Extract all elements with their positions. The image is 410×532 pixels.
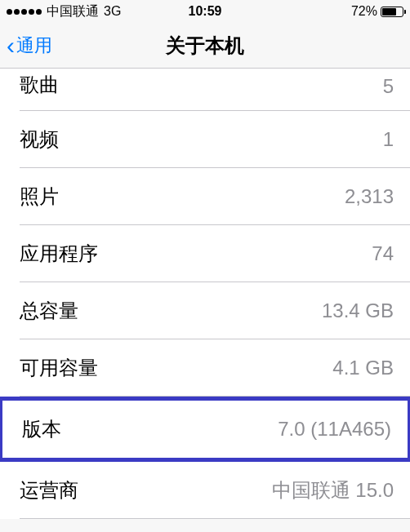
battery-percent: 72% [351,4,377,19]
row-label: 照片 [20,184,59,210]
row-version[interactable]: 版本 7.0 (11A465) [2,401,408,458]
row-label: 可用容量 [20,355,98,381]
row-carrier[interactable]: 运营商 中国联通 15.0 [0,462,410,519]
status-right: 72% [351,4,403,19]
row-capacity[interactable]: 总容量 13.4 GB [0,282,410,339]
row-label: 视频 [20,126,59,153]
highlight-version: 版本 7.0 (11A465) [0,397,410,462]
row-photos[interactable]: 照片 2,313 [0,168,410,225]
status-left: 中国联通 3G [7,3,121,20]
row-value: 7.0 (11A465) [278,418,391,441]
row-value: 中国联通 15.0 [272,477,394,503]
row-label: 应用程序 [20,241,98,267]
network-label: 3G [104,4,121,19]
row-apps[interactable]: 应用程序 74 [0,225,410,282]
signal-strength-icon [7,9,42,15]
row-videos[interactable]: 视频 1 [0,111,410,168]
row-label: 总容量 [20,298,78,324]
row-value: 2,313 [345,185,394,208]
row-label: 版本 [22,416,61,442]
row-label: 歌曲 [20,72,59,98]
row-value: 4.1 GB [332,357,394,379]
battery-icon [381,7,403,17]
row-available[interactable]: 可用容量 4.1 GB [0,339,410,397]
row-songs[interactable]: 歌曲 5 [0,69,410,111]
row-label: 运营商 [20,477,78,503]
status-bar: 中国联通 3G 10:59 72% [0,0,410,23]
page-title: 关于本机 [166,33,244,59]
row-value: 5 [383,75,394,98]
nav-bar: ‹ 通用 关于本机 [0,23,410,69]
row-value: 1 [383,128,394,151]
carrier-label: 中国联通 [47,3,99,20]
row-value: 74 [372,242,394,265]
row-value: 13.4 GB [322,299,394,322]
chevron-left-icon: ‹ [7,33,15,58]
about-list: 歌曲 5 视频 1 照片 2,313 应用程序 74 总容量 13.4 GB 可… [0,69,410,519]
status-time: 10:59 [189,4,222,19]
back-button[interactable]: ‹ 通用 [0,33,52,58]
back-label: 通用 [16,33,52,58]
